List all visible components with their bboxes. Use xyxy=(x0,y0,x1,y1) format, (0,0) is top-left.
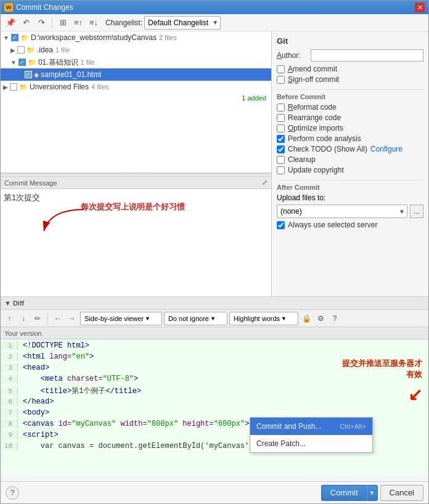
amend-commit-checkbox[interactable] xyxy=(277,65,285,73)
diff-settings-button[interactable]: ⚙ xyxy=(314,312,327,325)
diff-lock-button[interactable]: 🔒 xyxy=(300,312,313,325)
analyze-label: Perform code analysis xyxy=(288,134,361,143)
expand-icon-unversioned: ▶ xyxy=(3,84,8,91)
popup-menu: Commit and Push... Ctrl+Alt+ Create Patc… xyxy=(250,417,373,453)
diff-header: ▼ Diff xyxy=(1,296,428,310)
commit-message-section: Commit Message ⤢ 第1次提交 xyxy=(1,177,271,296)
configure-link[interactable]: Configure xyxy=(370,145,402,153)
line-content-7: <body> xyxy=(18,408,428,418)
always-use-checkbox[interactable] xyxy=(277,221,285,229)
redo-button[interactable]: ↷ xyxy=(35,16,48,30)
todo-checkbox[interactable] xyxy=(277,145,285,153)
checkbox-unversioned[interactable] xyxy=(10,83,17,91)
commit-dropdown-button[interactable]: ▼ xyxy=(367,485,378,501)
reformat-checkbox[interactable] xyxy=(277,104,285,112)
upload-browse-button[interactable]: … xyxy=(410,205,423,218)
sort-desc-button[interactable]: ≡↓ xyxy=(87,16,100,30)
folder-icon-idea: 📁 xyxy=(27,46,35,54)
viewer-dropdown[interactable]: Side-by-side viewer ▼ xyxy=(80,312,162,325)
tree-item-unversioned[interactable]: ▶ 📁 Unversioned Files 4 files xyxy=(1,81,271,93)
undo-button[interactable]: ↶ xyxy=(19,16,33,30)
rearrange-checkbox[interactable] xyxy=(277,114,285,122)
viewer-dropdown-label: Side-by-side viewer xyxy=(84,315,144,322)
expand-icon-basics: ▼ xyxy=(10,59,17,66)
tree-item-name-idea: .idea xyxy=(37,46,53,54)
close-button[interactable]: ✕ xyxy=(415,2,425,12)
changelist-dropdown-wrapper[interactable]: Default Changelist ▼ xyxy=(144,16,221,30)
file-tree[interactable]: ▼ ✓ 📁 D:\workspace_webstorm\studyCanvas … xyxy=(1,31,271,173)
rearrange-label: Rearrange code xyxy=(288,113,341,122)
checkbox-root[interactable]: ✓ xyxy=(11,34,18,41)
commit-split-button: Commit ▼ xyxy=(321,485,378,501)
optimize-checkbox[interactable] xyxy=(277,124,285,132)
tree-item-root[interactable]: ▼ ✓ 📁 D:\workspace_webstorm\studyCanvas … xyxy=(1,31,271,44)
left-panel: ▼ ✓ 📁 D:\workspace_webstorm\studyCanvas … xyxy=(1,31,272,296)
changelist-dropdown[interactable]: Default Changelist xyxy=(144,16,221,30)
line-num-9: 9 xyxy=(1,431,18,439)
tree-item-basics[interactable]: ▼ ✓ 📁 01.基础知识 1 file xyxy=(1,56,271,68)
commit-push-label: Commit and Push... xyxy=(256,422,321,431)
line-num-7: 7 xyxy=(1,408,18,417)
expand-icon: ▼ xyxy=(3,35,9,41)
expand-icon-header: ⤢ xyxy=(262,179,268,187)
diff-prev-button[interactable]: ↑ xyxy=(3,312,15,325)
commit-dropdown-arrow-icon: ▼ xyxy=(369,490,375,496)
diff-collapse-icon[interactable]: ▼ xyxy=(4,299,11,307)
checkbox-sample[interactable]: ✓ xyxy=(25,71,32,78)
commit-changes-window: W Commit Changes ✕ 📌 ↶ ↷ ⊞ ≡↑ ≡↓ Changel… xyxy=(0,0,429,504)
checkbox-basics[interactable]: ✓ xyxy=(18,59,26,66)
copyright-checkbox[interactable] xyxy=(277,166,285,174)
upload-dropdown-wrapper[interactable]: (none) ▼ xyxy=(277,205,407,218)
create-patch-label: Create Patch... xyxy=(256,439,306,448)
checkbox-idea[interactable] xyxy=(17,46,25,54)
highlight-dropdown-arrow-icon: ▼ xyxy=(281,315,287,322)
author-input[interactable] xyxy=(311,49,423,62)
always-use-row: Always use selected server xyxy=(277,221,423,229)
code-line-1: 1 <!DOCTYPE html> xyxy=(1,341,428,352)
tree-badge-idea: 1 file xyxy=(55,46,70,54)
amend-commit-row: Amend commit xyxy=(277,65,423,73)
cleanup-checkbox[interactable] xyxy=(277,156,285,164)
create-patch-item[interactable]: Create Patch... xyxy=(250,435,372,452)
diff-help-button[interactable]: ? xyxy=(329,312,341,325)
analyze-checkbox[interactable] xyxy=(277,135,285,143)
server-annotation: 提交并推送至服务器才有效 ↙ xyxy=(342,358,422,407)
rearrange-row: Rearrange code xyxy=(277,113,423,122)
help-button[interactable]: ? xyxy=(6,486,19,500)
diff-section: ▼ Diff ↑ ↓ ✏ ← → Side-by-side viewer ▼ D… xyxy=(1,296,428,481)
sort-asc-button[interactable]: ≡↑ xyxy=(72,16,85,30)
todo-label: Check TODO (Show All) xyxy=(288,145,367,153)
diff-forward-button[interactable]: → xyxy=(66,312,78,325)
upload-dropdown[interactable]: (none) xyxy=(277,205,407,218)
diff-code-area[interactable]: 1 <!DOCTYPE html> 2 <html lang="en"> 3 <… xyxy=(1,339,428,475)
line-num-8: 8 xyxy=(1,420,18,428)
ignore-dropdown[interactable]: Do not ignore ▼ xyxy=(164,312,227,325)
tree-item-idea[interactable]: ▶ 📁 .idea 1 file xyxy=(1,44,271,56)
before-commit-divider: Before Commit xyxy=(277,89,423,100)
reformat-label: Reformat code xyxy=(288,103,337,112)
commit-push-item[interactable]: Commit and Push... Ctrl+Alt+ xyxy=(250,418,372,435)
main-content: ▼ ✓ 📁 D:\workspace_webstorm\studyCanvas … xyxy=(1,31,428,296)
commit-main-button[interactable]: Commit xyxy=(321,485,367,501)
ignore-dropdown-label: Do not ignore xyxy=(168,315,209,322)
highlight-dropdown-label: Highlight words xyxy=(234,315,280,322)
upload-select-row: (none) ▼ … xyxy=(277,205,423,218)
highlight-dropdown[interactable]: Highlight words ▼ xyxy=(229,312,298,325)
diff-edit-button[interactable]: ✏ xyxy=(31,312,44,325)
title-bar: W Commit Changes ✕ xyxy=(1,1,428,14)
group-button[interactable]: ⊞ xyxy=(56,16,70,30)
toolbar: 📌 ↶ ↷ ⊞ ≡↑ ≡↓ Changelist: Default Change… xyxy=(1,14,428,31)
diff-next-button[interactable]: ↓ xyxy=(17,312,30,325)
expand-icon-idea: ▶ xyxy=(10,47,15,54)
tree-item-sample[interactable]: ▶ ✓ ◆ sample01_01.html xyxy=(1,68,271,81)
cancel-button[interactable]: Cancel xyxy=(380,485,423,501)
diff-toolbar: ↑ ↓ ✏ ← → Side-by-side viewer ▼ Do not i… xyxy=(1,310,428,327)
pin-button[interactable]: 📌 xyxy=(4,16,17,30)
signoff-commit-checkbox[interactable] xyxy=(277,76,285,84)
tree-item-name-sample: sample01_01.html xyxy=(41,70,101,79)
line-num-4: 4 xyxy=(1,375,18,383)
folder-icon-unversioned: 📁 xyxy=(19,83,28,91)
commit-message-area[interactable]: 第1次提交 每次提交写上说明是个好习惯 xyxy=(1,189,271,296)
diff-back-button[interactable]: ← xyxy=(52,312,64,325)
tree-badge-unversioned: 4 files xyxy=(91,83,109,91)
